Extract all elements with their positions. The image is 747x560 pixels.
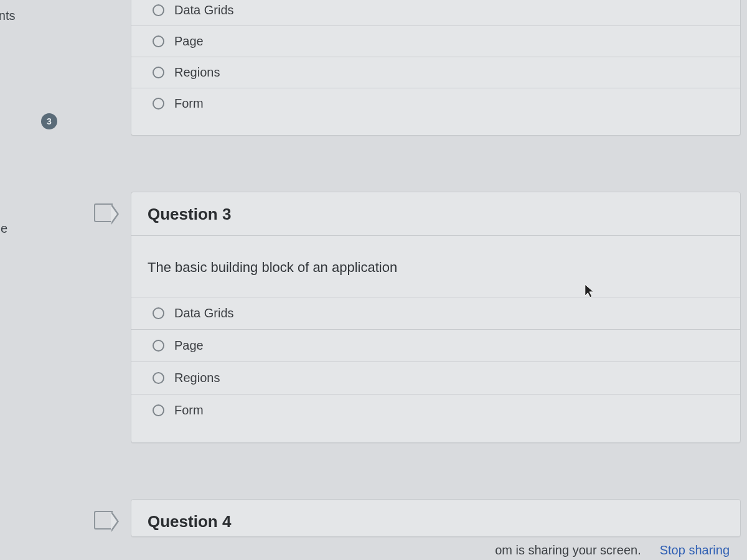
question-card: Question 3 The basic building block of a… bbox=[131, 192, 741, 443]
radio-icon bbox=[153, 4, 164, 16]
answer-option[interactable]: Form bbox=[131, 394, 740, 426]
option-label: Data Grids bbox=[174, 306, 234, 320]
option-label: Page bbox=[174, 34, 204, 49]
main-content: Data Grids Page Regions Form Ques bbox=[68, 0, 747, 560]
answer-option[interactable]: Page bbox=[131, 26, 740, 57]
option-label: Data Grids bbox=[174, 3, 234, 17]
radio-icon bbox=[153, 98, 164, 110]
question-title: Question 3 bbox=[148, 205, 724, 224]
radio-icon bbox=[153, 340, 164, 352]
radio-icon bbox=[153, 404, 164, 416]
sidebar-item[interactable]: s bbox=[0, 72, 68, 96]
screen-share-bar: om is sharing your screen. Stop sharing bbox=[495, 543, 730, 558]
answer-option[interactable]: Regions bbox=[131, 57, 740, 88]
radio-icon bbox=[153, 372, 164, 384]
option-label: Regions bbox=[174, 371, 220, 385]
answer-option[interactable]: Form bbox=[131, 88, 740, 119]
radio-icon bbox=[153, 67, 164, 78]
answer-option[interactable]: Data Grids bbox=[131, 297, 740, 329]
radio-icon bbox=[153, 307, 164, 319]
stop-sharing-button[interactable]: Stop sharing bbox=[660, 543, 730, 558]
option-label: Form bbox=[174, 96, 204, 111]
answer-option[interactable]: Data Grids bbox=[131, 0, 740, 26]
question-title: Question 4 bbox=[148, 512, 724, 531]
question-card: Question 4 bbox=[131, 499, 741, 537]
share-status-text: om is sharing your screen. bbox=[495, 543, 641, 558]
sidebar-item[interactable]: ments bbox=[0, 4, 68, 28]
radio-icon bbox=[153, 35, 164, 47]
question-card: Data Grids Page Regions Form bbox=[131, 0, 741, 136]
sidebar-item[interactable]: ssue bbox=[0, 217, 68, 241]
option-label: Page bbox=[174, 338, 204, 353]
question-prompt: The basic building block of an applicati… bbox=[131, 236, 740, 297]
bookmark-flag-icon[interactable] bbox=[94, 511, 113, 530]
answer-option[interactable]: Page bbox=[131, 329, 740, 362]
sidebar: ments s 3 ssue bbox=[0, 0, 68, 560]
bookmark-flag-icon[interactable] bbox=[94, 203, 113, 222]
question-count-badge: 3 bbox=[41, 113, 57, 129]
option-label: Form bbox=[174, 403, 204, 418]
answer-option[interactable]: Regions bbox=[131, 362, 740, 394]
option-label: Regions bbox=[174, 65, 220, 80]
